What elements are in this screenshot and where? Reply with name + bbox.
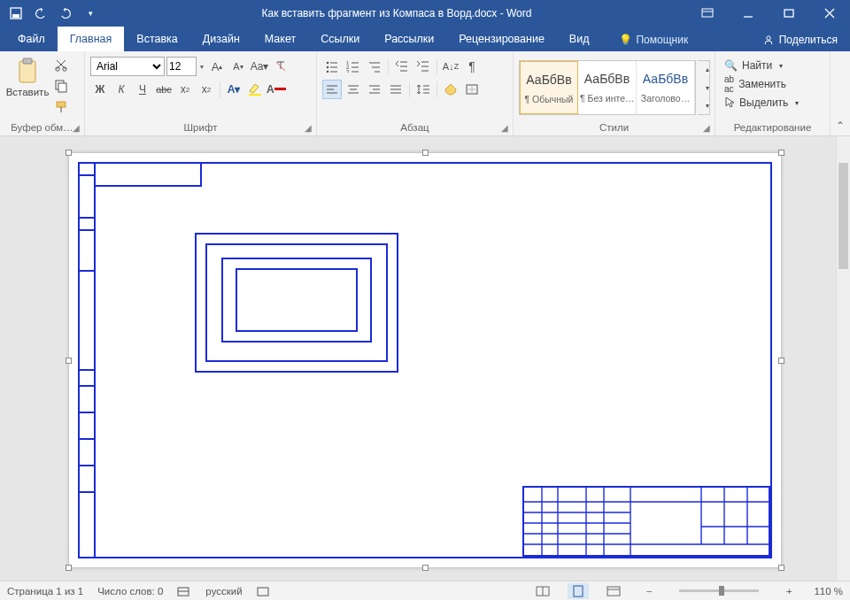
- ribbon-display-options[interactable]: [687, 0, 728, 27]
- status-accessibility[interactable]: [257, 585, 269, 597]
- cursor-icon: [724, 96, 735, 109]
- view-print-layout[interactable]: [568, 583, 589, 599]
- italic-button[interactable]: К: [112, 80, 131, 99]
- save-button[interactable]: [5, 3, 27, 24]
- styles-scroll-down[interactable]: ▾: [698, 80, 717, 96]
- collapse-ribbon-button[interactable]: ⌃: [831, 51, 850, 135]
- font-name-combo[interactable]: Arial: [90, 57, 165, 76]
- multilevel-list-button[interactable]: [365, 57, 384, 76]
- clipboard-icon: [13, 57, 42, 85]
- shading-button[interactable]: [441, 80, 460, 99]
- select-button[interactable]: Выделить▾: [724, 94, 799, 112]
- qat-customize[interactable]: ▾: [80, 3, 101, 24]
- justify-button[interactable]: [386, 80, 406, 99]
- cut-button[interactable]: [51, 55, 71, 74]
- tell-me-helper[interactable]: 💡 Помощник: [610, 28, 697, 51]
- subscript-button[interactable]: x2: [175, 80, 195, 99]
- group-label-styles: Стили: [519, 120, 709, 134]
- vertical-scrollbar[interactable]: [836, 136, 850, 581]
- status-language[interactable]: русский: [205, 586, 242, 597]
- svg-rect-3: [784, 10, 793, 17]
- share-icon: [762, 34, 775, 46]
- status-page[interactable]: Страница 1 из 1: [7, 586, 83, 597]
- shrink-font-button[interactable]: A▾: [228, 57, 248, 76]
- line-spacing-button[interactable]: [413, 80, 433, 99]
- find-button[interactable]: 🔍Найти▾: [724, 57, 799, 74]
- superscript-button[interactable]: x2: [197, 80, 216, 99]
- embedded-drawing[interactable]: [78, 162, 772, 558]
- styles-scroll-up[interactable]: ▴: [698, 61, 717, 78]
- svg-rect-2: [702, 9, 713, 17]
- paragraph-launcher[interactable]: ◢: [498, 121, 511, 134]
- svg-rect-38: [607, 587, 620, 596]
- align-center-button[interactable]: [344, 80, 363, 99]
- styles-gallery[interactable]: АаБбВв ¶ Обычный АаБбВв ¶ Без инте… АаБб…: [519, 60, 696, 115]
- underline-button[interactable]: Ч: [133, 80, 152, 99]
- close-button[interactable]: [809, 0, 850, 27]
- align-right-button[interactable]: [365, 80, 384, 99]
- status-word-count[interactable]: Число слов: 0: [97, 586, 163, 597]
- tab-review[interactable]: Рецензирование: [446, 27, 557, 51]
- tab-insert[interactable]: Вставка: [124, 27, 189, 51]
- sort-button[interactable]: A↓Z: [441, 57, 460, 76]
- group-label-editing: Редактирование: [721, 120, 824, 134]
- paste-button[interactable]: Вставить: [5, 55, 50, 99]
- clear-formatting-button[interactable]: [271, 57, 290, 76]
- bullets-button[interactable]: [322, 57, 342, 76]
- tab-references[interactable]: Ссылки: [308, 27, 372, 51]
- view-read-mode[interactable]: [532, 583, 553, 599]
- window-title: Как вставить фрагмент из Компаса в Ворд.…: [106, 7, 687, 19]
- bold-button[interactable]: Ж: [90, 80, 110, 99]
- svg-text:3: 3: [346, 69, 350, 73]
- undo-button[interactable]: [30, 3, 51, 24]
- clipboard-launcher[interactable]: ◢: [70, 121, 82, 134]
- maximize-button[interactable]: [769, 0, 809, 27]
- share-button[interactable]: Поделиться: [750, 28, 850, 51]
- align-left-button[interactable]: [322, 80, 342, 99]
- document-area: [0, 136, 850, 581]
- tab-design[interactable]: Дизайн: [190, 27, 252, 51]
- tab-mailings[interactable]: Рассылки: [372, 27, 446, 51]
- grow-font-button[interactable]: A▴: [207, 57, 227, 76]
- style-normal[interactable]: АаБбВв ¶ Обычный: [520, 61, 578, 114]
- highlight-button[interactable]: [245, 80, 265, 99]
- borders-button[interactable]: [462, 80, 482, 99]
- show-marks-button[interactable]: ¶: [462, 57, 482, 76]
- replace-icon: abac: [724, 74, 734, 94]
- redo-button[interactable]: [55, 3, 76, 24]
- copy-button[interactable]: [51, 76, 71, 96]
- tab-layout[interactable]: Макет: [252, 27, 308, 51]
- svg-point-4: [767, 36, 770, 40]
- replace-button[interactable]: abacЗаменить: [724, 75, 799, 93]
- tab-view[interactable]: Вид: [557, 27, 602, 51]
- format-painter-button[interactable]: [51, 97, 71, 117]
- styles-launcher[interactable]: ◢: [700, 121, 713, 134]
- strikethrough-button[interactable]: abc: [154, 80, 174, 99]
- font-size-combo[interactable]: [166, 57, 197, 76]
- zoom-in-button[interactable]: +: [778, 583, 800, 599]
- zoom-out-button[interactable]: −: [638, 583, 660, 599]
- status-proofing[interactable]: [177, 585, 191, 597]
- tab-home[interactable]: Главная: [58, 27, 125, 51]
- view-web-layout[interactable]: [603, 583, 624, 599]
- style-heading1[interactable]: АаБбВв Заголово…: [637, 61, 695, 114]
- font-launcher[interactable]: ◢: [302, 121, 314, 134]
- font-color-button[interactable]: A: [267, 80, 286, 99]
- zoom-slider[interactable]: [679, 589, 759, 592]
- zoom-level[interactable]: 110 %: [814, 586, 843, 597]
- styles-expand[interactable]: ▾: [698, 97, 717, 114]
- lightbulb-icon: 💡: [619, 34, 632, 46]
- minimize-button[interactable]: [728, 0, 769, 27]
- ribbon-tabs: Файл Главная Вставка Дизайн Макет Ссылки…: [0, 27, 850, 51]
- document-page[interactable]: [68, 152, 782, 568]
- svg-rect-35: [258, 588, 268, 596]
- tab-file[interactable]: Файл: [5, 27, 58, 51]
- decrease-indent-button[interactable]: [392, 57, 412, 76]
- group-label-paragraph: Абзац: [322, 120, 507, 134]
- style-nospacing[interactable]: АаБбВв ¶ Без инте…: [578, 61, 637, 114]
- text-effects-button[interactable]: A▾: [224, 80, 243, 99]
- search-icon: 🔍: [724, 59, 738, 72]
- increase-indent-button[interactable]: [413, 57, 433, 76]
- numbering-button[interactable]: 123: [344, 57, 363, 76]
- change-case-button[interactable]: Aa▾: [250, 57, 269, 76]
